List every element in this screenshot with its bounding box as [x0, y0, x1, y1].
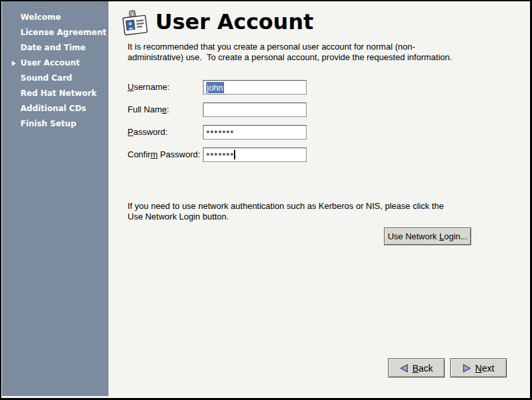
active-step-arrow-icon: [12, 61, 16, 66]
main-panel: User Account It is recommended that you …: [108, 1, 530, 398]
sidebar-item-label: Welcome: [20, 13, 61, 22]
use-network-login-button[interactable]: Use Network Login...: [384, 227, 471, 245]
sidebar-item-label: Date and Time: [20, 43, 85, 52]
confirm-password-input[interactable]: *******: [203, 147, 307, 162]
username-input[interactable]: john: [203, 80, 307, 95]
network-text-line1: If you need to use network authenticatio…: [128, 201, 443, 212]
next-button[interactable]: Next: [450, 358, 507, 378]
fullname-input[interactable]: [203, 102, 307, 117]
id-badge-icon: [122, 7, 149, 43]
next-arrow-icon: [463, 364, 471, 373]
sidebar-item-red-hat-network: Red Hat Network: [1, 86, 108, 101]
sidebar-item-welcome: Welcome: [1, 10, 108, 25]
back-arrow-icon: [400, 364, 408, 373]
password-label: Password:: [128, 125, 168, 140]
sidebar-item-label: User Account: [20, 58, 80, 67]
setup-agent-window: Welcome License Agreement Date and Time …: [1, 1, 530, 398]
password-input[interactable]: *******: [203, 125, 307, 140]
sidebar-item-license-agreement: License Agreement: [1, 25, 108, 40]
network-text-line2: Use Network Login button.: [128, 212, 229, 222]
fullname-label: Full Name:: [128, 102, 169, 117]
intro-text-line1: It is recommended that you create a pers…: [128, 42, 415, 52]
username-label: Username:: [128, 80, 170, 95]
sidebar-item-label: License Agreement: [20, 28, 106, 37]
sidebar-item-finish-setup: Finish Setup: [1, 116, 108, 132]
wizard-steps-sidebar: Welcome License Agreement Date and Time …: [1, 1, 108, 396]
text-cursor: [234, 150, 235, 159]
intro-text-line2: administrative) use. To create a persona…: [128, 52, 452, 63]
sidebar-item-user-account: User Account: [1, 56, 108, 71]
confirm-password-label: Confirm Password:: [128, 147, 200, 162]
sidebar-item-label: Finish Setup: [20, 119, 76, 128]
sidebar-item-date-and-time: Date and Time: [1, 40, 108, 56]
page-title: User Account: [155, 9, 313, 34]
sidebar-item-additional-cds: Additional CDs: [1, 101, 108, 116]
sidebar-item-sound-card: Sound Card: [1, 71, 108, 86]
sidebar-item-label: Sound Card: [20, 73, 72, 83]
sidebar-item-label: Red Hat Network: [20, 89, 96, 98]
sidebar-item-label: Additional CDs: [20, 104, 87, 113]
selected-text: john: [206, 82, 224, 93]
back-button[interactable]: Back: [388, 358, 445, 378]
